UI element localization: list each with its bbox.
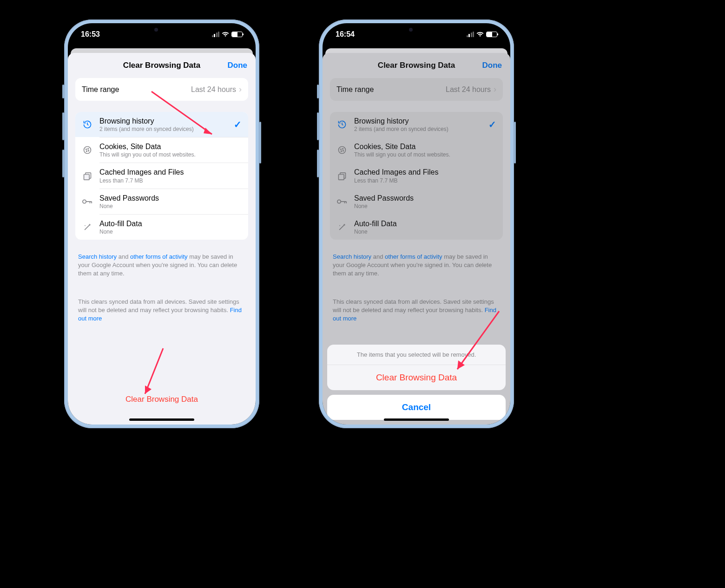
list-item-passwords[interactable]: Saved Passwords None [75,189,248,214]
svg-line-11 [85,225,89,230]
action-sheet-message: The items that you selected will be remo… [327,345,506,365]
modal-sheet: Clear Browsing Data Done Time range Last… [68,53,256,425]
checkmark-icon: ✓ [234,119,242,130]
time-range-row[interactable]: Time range Last 24 hours › [75,78,248,101]
cancel-button[interactable]: Cancel [327,395,506,420]
item-subtitle: None [99,229,242,235]
home-indicator[interactable] [129,418,194,421]
action-sheet: The items that you selected will be remo… [327,345,506,420]
item-title: Cached Images and Files [99,168,242,176]
time-range-label: Time range [82,85,119,94]
item-title: Cookies, Site Data [99,142,242,151]
wifi-icon [222,31,229,39]
modal-sheet: Clear Browsing Data Done Time range Last… [323,53,510,425]
time-range-value: Last 24 hours [191,85,236,94]
phone-mockup-2: 16:54 Clear Browsing Data Done Time rang… [319,20,514,428]
wifi-icon [476,31,484,39]
signal-icon [212,32,220,37]
modal-header: Clear Browsing Data Done [68,53,256,78]
chevron-right-icon: › [239,85,242,94]
notch [379,23,454,36]
notch [125,23,199,36]
battery-icon [231,32,243,37]
confirm-clear-button[interactable]: Clear Browsing Data [327,365,506,390]
list-item-browsing-history[interactable]: Browsing history 2 items (and more on sy… [75,112,248,137]
status-time: 16:54 [336,30,355,39]
svg-point-0 [84,147,91,154]
list-item-cookies[interactable]: Cookies, Site Data This will sign you ou… [75,137,248,163]
svg-point-4 [88,150,89,151]
battery-icon [486,32,497,37]
svg-point-2 [88,149,89,150]
history-icon [82,120,93,129]
item-subtitle: 2 items (and more on synced devices) [99,126,227,132]
footer-note-2: This clears synced data from all devices… [75,292,248,329]
svg-point-1 [86,149,87,150]
signal-icon [467,32,475,37]
cookie-icon [82,145,93,155]
svg-rect-6 [84,175,90,180]
phone-screen-2: 16:54 Clear Browsing Data Done Time rang… [323,23,510,425]
footer-note-1: Search history and other forms of activi… [75,247,248,284]
item-title: Saved Passwords [99,194,242,203]
wand-icon [82,222,93,232]
phone-mockup-1: 16:53 Clear Browsing Data Done Time rang… [64,20,259,428]
data-types-list: Browsing history 2 items (and more on sy… [75,112,248,240]
clear-browsing-data-button[interactable]: Clear Browsing Data [68,395,256,404]
item-subtitle: This will sign you out of most websites. [99,151,242,158]
search-history-link[interactable]: Search history [78,253,117,260]
done-button[interactable]: Done [228,61,248,70]
other-activity-link[interactable]: other forms of activity [130,253,188,260]
page-title: Clear Browsing Data [123,61,200,70]
phone-screen-1: 16:53 Clear Browsing Data Done Time rang… [68,23,256,425]
svg-point-12 [85,225,86,226]
status-time: 16:53 [81,30,100,39]
image-icon [82,171,93,180]
key-icon [82,198,93,205]
list-item-autofill[interactable]: Auto-fill Data None [75,215,248,240]
svg-point-3 [86,151,87,152]
svg-point-7 [83,200,86,203]
item-subtitle: None [99,203,242,209]
list-item-cached-images[interactable]: Cached Images and Files Less than 7.7 MB [75,163,248,188]
item-title: Browsing history [99,117,227,125]
item-subtitle: Less than 7.7 MB [99,177,242,184]
home-indicator[interactable] [384,418,449,421]
item-title: Auto-fill Data [99,219,242,228]
